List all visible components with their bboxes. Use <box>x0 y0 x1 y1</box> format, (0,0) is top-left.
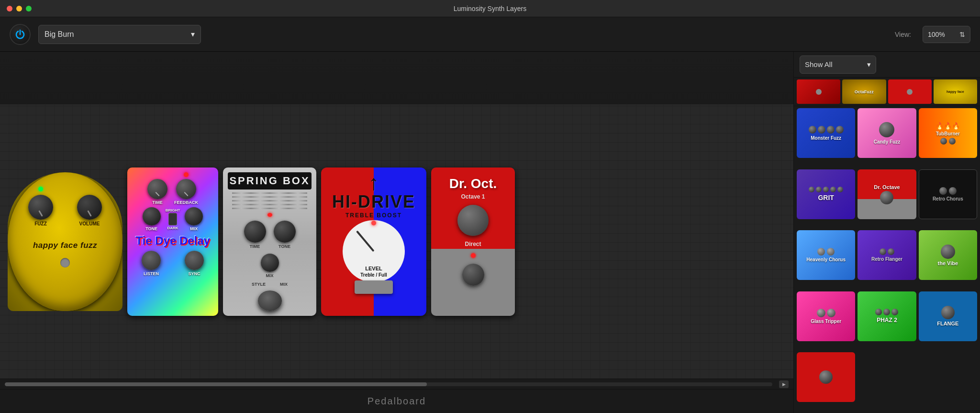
dr-oct-led <box>471 253 476 258</box>
delay-led <box>184 172 189 177</box>
fuzz-name: happy face fuzz <box>33 241 97 250</box>
hi-drive-led <box>371 221 376 225</box>
spring-title: SPRING BOX <box>228 172 312 190</box>
view-value: 100% <box>928 31 945 38</box>
pedalboard-stage: FUZZ VOLUME happy face fuzz <box>0 104 793 379</box>
minimize-button[interactable] <box>16 6 22 11</box>
traffic-lights <box>7 6 32 11</box>
spring-tone-knob[interactable] <box>274 221 296 243</box>
sidebar-item-monster-fuzz[interactable]: Monster Fuzz <box>797 108 855 158</box>
heavenly-chorus-label: Heavenly Chorus <box>806 257 846 262</box>
preset-dropdown[interactable]: Big Burn ▾ <box>38 25 201 44</box>
pedalboard-scrollbar: ▶ <box>0 379 793 389</box>
fuzz-knob[interactable] <box>28 195 53 220</box>
close-button[interactable] <box>7 6 12 11</box>
monster-fuzz-label: Monster Fuzz <box>811 135 841 141</box>
bottom-bar: Pedalboard <box>0 389 793 413</box>
sidebar-item-flange[interactable]: FLANGE <box>919 291 977 341</box>
sidebar-item-heavenly-chorus[interactable]: Heavenly Chorus <box>797 230 855 280</box>
show-all-arrow: ▾ <box>867 60 871 69</box>
dr-octave-label: Dr. Octave <box>874 184 900 190</box>
octave1-label: Octave 1 <box>461 193 485 200</box>
header-bar: Big Burn ▾ View: 100% ⇅ <box>0 17 980 52</box>
pedal-dr-oct[interactable]: Dr. Oct. Octave 1 Direct <box>431 167 515 316</box>
hi-drive-title: HI-DRIVE <box>332 192 415 212</box>
sidebar-thumb-top-1[interactable] <box>797 79 840 104</box>
sidebar-item-retro-chorus[interactable]: Retro Chorus <box>919 169 977 219</box>
sidebar-item-dr-octave[interactable]: Dr. Octave <box>858 169 916 219</box>
pedal-tiedye-delay[interactable]: TIME FEEDBACK TONE <box>127 167 218 316</box>
time-knob[interactable] <box>147 179 167 199</box>
right-sidebar: Show All ▾ OctaFuzz happy face <box>793 52 980 413</box>
view-dropdown[interactable]: 100% ⇅ <box>923 26 970 43</box>
sidebar-item-retro-flanger[interactable]: Retro Flanger <box>858 230 916 280</box>
sidebar-thumb-top-2[interactable]: OctaFuzz <box>842 79 886 104</box>
hi-drive-level-label: LEVEL <box>365 266 382 271</box>
fuzz-footswitch[interactable] <box>60 258 70 268</box>
fuzz-led <box>38 187 43 191</box>
spring-mix-knob[interactable] <box>261 254 279 272</box>
feedback-knob[interactable] <box>176 179 196 199</box>
scroll-right-button[interactable]: ▶ <box>779 380 789 388</box>
grit-label: GRIT <box>818 194 834 201</box>
content-row: FUZZ VOLUME happy face fuzz <box>0 52 980 413</box>
pedalboard-section: FUZZ VOLUME happy face fuzz <box>0 52 793 413</box>
spring-led <box>267 213 272 217</box>
dr-oct-knob[interactable] <box>457 205 489 236</box>
vibe-label: the Vibe <box>938 260 958 266</box>
title-bar: Luminosity Synth Layers <box>0 0 980 17</box>
delay-title: Tie Dye Delay <box>135 234 210 247</box>
scroll-track[interactable] <box>5 382 772 386</box>
tone-knob[interactable] <box>143 207 161 225</box>
dr-oct-stomp[interactable] <box>462 264 484 286</box>
show-all-label: Show All <box>805 60 833 68</box>
maximize-button[interactable] <box>26 6 32 11</box>
sidebar-item-glass-tripper[interactable]: Glass Tripper <box>797 291 855 341</box>
scroll-thumb[interactable] <box>5 382 427 386</box>
spring-style-label: STYLE <box>252 282 266 287</box>
hi-drive-arrow: ↑ <box>368 173 379 192</box>
sidebar-header: Show All ▾ <box>794 52 980 78</box>
hi-drive-switch-label: Treble / Full <box>360 272 387 278</box>
sidebar-top-row: OctaFuzz happy face <box>794 78 980 106</box>
sidebar-item-last[interactable] <box>797 352 855 402</box>
pedal-spring-box[interactable]: SPRING BOX TIME <box>223 167 316 316</box>
power-button[interactable] <box>10 24 31 45</box>
show-all-button[interactable]: Show All ▾ <box>800 56 876 74</box>
scroll-right-icon: ▶ <box>782 382 786 387</box>
sidebar-thumb-top-3[interactable] <box>888 79 932 104</box>
dr-oct-title: Dr. Oct. <box>449 176 497 191</box>
mix-knob[interactable] <box>185 207 203 225</box>
pedal-hi-drive[interactable]: ↑ HI-DRIVE TREBLE BOOST LEVEL Treble / F… <box>321 167 426 316</box>
candy-fuzz-label: Candy Fuzz <box>874 139 901 145</box>
pedalboard-label: Pedalboard <box>368 396 426 407</box>
sync-stomp[interactable] <box>185 251 204 270</box>
glass-tripper-label: Glass Tripper <box>811 319 841 324</box>
tone-label: TONE <box>145 226 157 231</box>
volume-knob[interactable] <box>77 195 102 220</box>
spring-stomp[interactable] <box>258 290 282 311</box>
tubburner-label: TubBurner <box>936 131 960 136</box>
retro-chorus-label: Retro Chorus <box>933 196 963 201</box>
sidebar-item-the-vibe[interactable]: the Vibe <box>919 230 977 280</box>
listen-stomp[interactable] <box>142 251 161 270</box>
spring-time-knob[interactable] <box>244 221 266 243</box>
spring-coils <box>232 192 308 209</box>
sidebar-item-grit[interactable]: GRIT <box>797 169 855 219</box>
sidebar-item-candy-fuzz[interactable]: Candy Fuzz <box>858 108 916 158</box>
sidebar-item-phaz2[interactable]: PHAZ 2 <box>858 291 916 341</box>
sidebar-thumb-top-4[interactable]: happy face <box>934 79 977 104</box>
spring-mix-label2: MIX <box>280 282 288 287</box>
direct-label: Direct <box>465 241 481 247</box>
spring-time-label: TIME <box>250 244 260 249</box>
sidebar-item-tubburner[interactable]: 🔥🔥🔥 TubBurner <box>919 108 977 158</box>
fuzz-face-body: FUZZ VOLUME happy face fuzz <box>8 172 122 311</box>
hi-drive-stomp[interactable] <box>355 280 393 294</box>
retro-flanger-label: Retro Flanger <box>871 257 902 262</box>
phaz2-label: PHAZ 2 <box>877 317 897 324</box>
sidebar-pedal-grid: Monster Fuzz Candy Fuzz 🔥🔥🔥 TubBurner <box>794 106 980 413</box>
dark-label: DARK <box>167 226 178 230</box>
pedal-happy-face-fuzz[interactable]: FUZZ VOLUME happy face fuzz <box>8 172 122 311</box>
bright-dark-switch[interactable] <box>168 213 177 225</box>
time-label: TIME <box>152 200 163 205</box>
